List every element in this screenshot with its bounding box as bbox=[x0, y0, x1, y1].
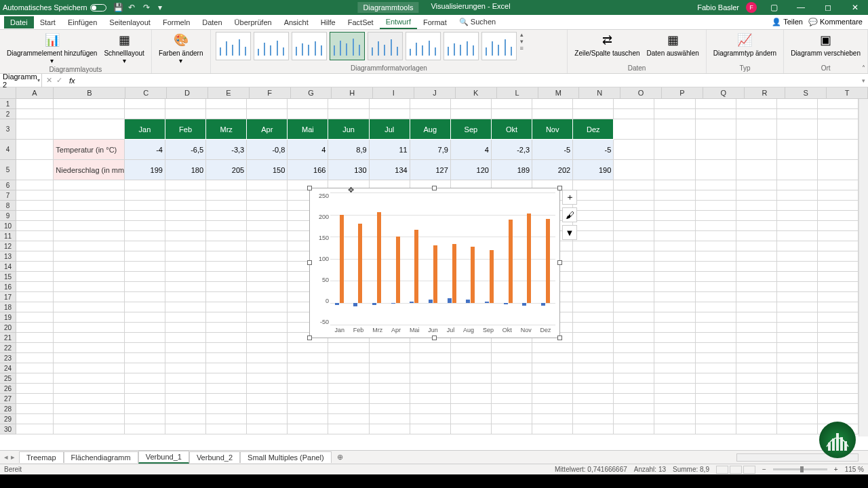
chart-bar[interactable] bbox=[429, 300, 433, 304]
chart-style-3[interactable] bbox=[292, 32, 327, 60]
chart-plot-area[interactable]: JanFebMrzAprMaiJunJulAugSepOktNovDez bbox=[330, 192, 555, 333]
chart-bar[interactable] bbox=[335, 303, 339, 305]
chart-bar[interactable] bbox=[340, 215, 344, 303]
chart-elements-button[interactable]: ＋ bbox=[562, 190, 577, 205]
chart-style-5[interactable] bbox=[368, 32, 403, 60]
switch-row-column-button[interactable]: ⇄Zeile/Spalte tauschen bbox=[572, 31, 642, 58]
tab-einfuegen[interactable]: Einfügen bbox=[62, 16, 103, 28]
row-header-28[interactable]: 28 bbox=[0, 404, 16, 414]
minimize-button[interactable]: — bbox=[791, 0, 811, 15]
zoom-level[interactable]: 115 % bbox=[845, 466, 864, 473]
column-header-T[interactable]: T bbox=[827, 87, 868, 98]
tab-datei[interactable]: Datei bbox=[4, 16, 34, 28]
chart-style-2[interactable] bbox=[254, 32, 289, 60]
tab-ansicht[interactable]: Ansicht bbox=[278, 16, 315, 28]
column-header-C[interactable]: C bbox=[125, 87, 167, 98]
sheet-tab-flaechendiagramm[interactable]: Flächendiagramm bbox=[64, 451, 138, 463]
style-scroll-down[interactable]: ▾ bbox=[520, 38, 524, 45]
tab-entwurf[interactable]: Entwurf bbox=[380, 16, 417, 29]
chart-object[interactable]: ✥ 250200150100500-50 JanFebMrzAprMaiJunJ… bbox=[309, 188, 560, 338]
resize-handle-br[interactable] bbox=[557, 336, 562, 340]
column-header-S[interactable]: S bbox=[785, 87, 827, 98]
style-scroll-up[interactable]: ▴ bbox=[520, 31, 524, 38]
row-header-19[interactable]: 19 bbox=[0, 312, 16, 323]
user-name[interactable]: Fabio Basler bbox=[697, 3, 739, 12]
tab-daten[interactable]: Daten bbox=[196, 16, 228, 28]
row-header-29[interactable]: 29 bbox=[0, 414, 16, 424]
row-header-23[interactable]: 23 bbox=[0, 353, 16, 363]
row-header-13[interactable]: 13 bbox=[0, 251, 16, 262]
row-header-9[interactable]: 9 bbox=[0, 211, 16, 221]
row-header-1[interactable]: 1 bbox=[0, 99, 16, 109]
zoom-in-button[interactable]: + bbox=[834, 466, 838, 473]
column-header-B[interactable]: B bbox=[54, 87, 125, 98]
row-header-6[interactable]: 6 bbox=[0, 180, 16, 190]
column-header-G[interactable]: G bbox=[291, 87, 332, 98]
chart-filter-button[interactable]: ▼ bbox=[562, 225, 577, 240]
tab-formeln[interactable]: Formeln bbox=[157, 16, 196, 28]
chart-style-4[interactable] bbox=[330, 32, 365, 60]
column-header-Q[interactable]: Q bbox=[703, 87, 745, 98]
row-header-21[interactable]: 21 bbox=[0, 333, 16, 343]
row-header-5[interactable]: 5 bbox=[0, 160, 16, 180]
expand-formula-icon[interactable]: ▾ bbox=[859, 77, 868, 84]
column-header-M[interactable]: M bbox=[538, 87, 580, 98]
row-header-27[interactable]: 27 bbox=[0, 394, 16, 404]
row-header-10[interactable]: 10 bbox=[0, 221, 16, 231]
row-header-30[interactable]: 30 bbox=[0, 424, 16, 434]
row-header-25[interactable]: 25 bbox=[0, 373, 16, 384]
row-header-14[interactable]: 14 bbox=[0, 262, 16, 272]
resize-handle-tr[interactable] bbox=[557, 186, 562, 190]
chart-bar[interactable] bbox=[414, 230, 418, 303]
chart-bar[interactable] bbox=[391, 303, 395, 304]
chart-bar[interactable] bbox=[485, 302, 489, 304]
save-icon[interactable]: 💾 bbox=[113, 3, 123, 12]
ribbon-options-icon[interactable]: ▢ bbox=[764, 0, 784, 15]
comments-button[interactable]: 💬 Kommentare bbox=[808, 18, 863, 26]
sheet-tab-small-multiples[interactable]: Small Multiples (Panel) bbox=[240, 451, 331, 463]
tab-factset[interactable]: FactSet bbox=[342, 16, 380, 28]
resize-handle-tl[interactable] bbox=[307, 186, 312, 190]
column-header-J[interactable]: J bbox=[414, 87, 456, 98]
tab-start[interactable]: Start bbox=[34, 16, 62, 28]
resize-handle-ml[interactable] bbox=[307, 260, 312, 265]
row-header-2[interactable]: 2 bbox=[0, 109, 16, 119]
column-header-A[interactable]: A bbox=[16, 87, 54, 98]
tab-format[interactable]: Format bbox=[417, 16, 453, 28]
view-normal-button[interactable] bbox=[716, 466, 728, 474]
name-box[interactable]: Diagramm 2▾ bbox=[0, 73, 42, 89]
chart-bar[interactable] bbox=[372, 303, 376, 304]
resize-handle-mr[interactable] bbox=[557, 260, 562, 265]
view-page-break-button[interactable] bbox=[743, 466, 755, 474]
tab-seitenlayout[interactable]: Seitenlayout bbox=[103, 16, 157, 28]
chart-style-6[interactable] bbox=[406, 32, 441, 60]
row-header-24[interactable]: 24 bbox=[0, 363, 16, 373]
resize-handle-bm[interactable] bbox=[432, 336, 437, 340]
zoom-out-button[interactable]: − bbox=[762, 466, 766, 473]
column-header-H[interactable]: H bbox=[332, 87, 373, 98]
search-box[interactable]: 🔍 Suchen bbox=[453, 16, 502, 28]
redo-icon[interactable]: ↷ bbox=[143, 3, 153, 12]
quick-layout-button[interactable]: ▦Schnelllayout ▾ bbox=[101, 31, 146, 66]
row-header-11[interactable]: 11 bbox=[0, 231, 16, 241]
vertical-scrollbar[interactable] bbox=[859, 99, 868, 436]
view-page-layout-button[interactable] bbox=[730, 466, 742, 474]
select-data-button[interactable]: ▦Daten auswählen bbox=[644, 31, 702, 58]
column-header-P[interactable]: P bbox=[662, 87, 703, 98]
add-chart-element-button[interactable]: 📊Diagrammelement hinzufügen ▾ bbox=[4, 31, 100, 66]
column-header-I[interactable]: I bbox=[373, 87, 414, 98]
chart-bar[interactable] bbox=[527, 214, 531, 303]
tab-hilfe[interactable]: Hilfe bbox=[315, 16, 342, 28]
chart-style-1[interactable] bbox=[216, 32, 251, 60]
user-avatar[interactable]: F bbox=[746, 2, 757, 13]
style-more[interactable]: ≡ bbox=[520, 45, 524, 52]
qat-customize-icon[interactable]: ▾ bbox=[158, 3, 167, 12]
chart-bar[interactable] bbox=[377, 212, 381, 303]
fx-icon[interactable]: fx bbox=[66, 77, 78, 85]
chart-bar[interactable] bbox=[358, 224, 362, 304]
row-header-22[interactable]: 22 bbox=[0, 343, 16, 353]
chart-bar[interactable] bbox=[410, 302, 414, 304]
column-header-F[interactable]: F bbox=[250, 87, 291, 98]
row-header-18[interactable]: 18 bbox=[0, 302, 16, 312]
enter-formula-icon[interactable]: ✓ bbox=[56, 76, 62, 85]
